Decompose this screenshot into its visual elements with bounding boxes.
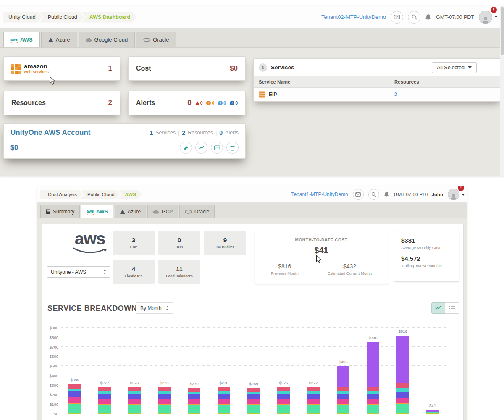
tab-summary[interactable]: Summary: [40, 205, 80, 218]
stacked-bar: [396, 336, 409, 414]
breadcrumb: Cost Analysis Public Cloud AWS: [40, 190, 139, 199]
bar-segment-teal: [396, 388, 409, 392]
account-select[interactable]: Unityone - AWS: [47, 266, 110, 278]
cost-label: Cost: [136, 65, 151, 72]
bar-segment-red: [367, 387, 379, 391]
stacked-bar: [218, 387, 230, 414]
search-button[interactable]: [408, 11, 420, 24]
bar-segment-violet: [396, 336, 409, 383]
bar-total-label: $276: [273, 381, 294, 385]
tab-azure[interactable]: Azure: [41, 32, 77, 47]
messages-button[interactable]: [391, 11, 403, 24]
bar-total-label: $41: [422, 403, 443, 408]
breadcrumb-item-current: AWS Dashboard: [81, 12, 137, 23]
aws-logo-icon: aws: [10, 38, 18, 42]
bar-segment-green: [128, 405, 141, 413]
bar-segment-magenta: [68, 397, 81, 403]
eip-service-icon: [259, 91, 265, 98]
bell-icon: [384, 192, 389, 197]
person-icon: [450, 193, 457, 200]
bar-segment-green: [396, 404, 409, 413]
search-button[interactable]: [368, 189, 379, 200]
account-analytics-button[interactable]: [195, 142, 207, 154]
chevron-down-icon: [494, 16, 498, 18]
scrollbar[interactable]: [500, 6, 504, 176]
average-monthly-cost-value: $381: [401, 237, 459, 244]
person-icon: [481, 16, 490, 24]
tab-azure[interactable]: Azure: [115, 205, 146, 218]
bar-segment-lime: [277, 413, 290, 414]
bar-segment-indigo: [337, 394, 349, 399]
services-count-badge: 1: [259, 63, 267, 72]
stat-elastic-ips: 4Elastic IPs: [113, 260, 155, 284]
tab-aws[interactable]: aws AWS: [3, 32, 40, 47]
breadcrumb-item-cost-analysis[interactable]: Cost Analysis: [40, 190, 83, 199]
stacked-bar: [98, 387, 111, 414]
stacked-bar: [307, 387, 320, 414]
bar-segment-green: [367, 405, 379, 413]
breadcrumb-item-public-cloud[interactable]: Public Cloud: [80, 190, 121, 199]
stat-load-balancers: 11Load Balancers: [158, 260, 200, 284]
user-menu[interactable]: [479, 10, 492, 24]
tab-label: Oracle: [194, 209, 209, 215]
amazon-logo-text: amazon: [24, 63, 49, 70]
provider-summary-card: amazon web services 1: [3, 56, 120, 81]
oracle-icon: [143, 38, 150, 42]
account-delete-button[interactable]: [226, 142, 239, 154]
service-row[interactable]: EIP 2: [254, 88, 500, 101]
chart-view-button[interactable]: [431, 302, 445, 314]
messages-button[interactable]: [353, 189, 364, 200]
bar-segment-lime: [337, 413, 349, 414]
select-arrows-icon: [166, 306, 169, 310]
breadcrumb-item-unity-cloud[interactable]: Unity Cloud: [3, 12, 42, 23]
services-filter-select[interactable]: All Selected: [432, 62, 477, 73]
account-billing-button[interactable]: [211, 142, 223, 154]
account-title-link[interactable]: UnityOne AWS Account: [10, 129, 90, 137]
stat-s3-bucket: 9S3 Bucket: [204, 231, 246, 255]
period-select[interactable]: By Month: [136, 302, 173, 314]
bar-segment-indigo: [307, 394, 320, 399]
bar-total-label: $276: [154, 381, 175, 385]
wrench-icon: [183, 145, 189, 151]
cost-analysis-screenshot: Cost Analysis Public Cloud AWS Tenant1-M…: [37, 186, 467, 420]
bar-segment-red: [68, 384, 81, 389]
minor-alert-icon: [218, 101, 223, 105]
alert-badge[interactable]: [458, 186, 464, 191]
bar-segment-magenta: [128, 399, 141, 404]
filter-value: All Selected: [437, 65, 465, 71]
chevron-down-icon: [462, 194, 465, 196]
chart-plot: $309$277$276$276$270$276$269$276$277$495…: [61, 322, 447, 414]
previous-month-cost: $816 Previous Month: [271, 263, 299, 276]
tenant-label: Tenant02-MTP-UnityDemo: [321, 14, 386, 20]
tab-label: Azure: [128, 209, 141, 215]
alert-badge[interactable]: [491, 7, 497, 13]
tab-google-cloud[interactable]: Google Cloud: [79, 32, 135, 47]
user-menu[interactable]: [448, 189, 459, 200]
avatar[interactable]: [448, 189, 459, 200]
stacked-bar: [158, 387, 171, 414]
bar-segment-magenta: [218, 399, 230, 404]
stacked-bar: [367, 342, 379, 414]
timezone-label: GMT-07:00 PDT: [394, 192, 429, 197]
notifications-button[interactable]: [384, 192, 389, 197]
notifications-button[interactable]: [425, 14, 431, 21]
bar-segment-red: [337, 387, 349, 391]
alerts-total: 0: [187, 99, 191, 107]
tenant-label: Tenant1-MTP-UnityDemo: [291, 192, 348, 197]
breadcrumb-item-public-cloud[interactable]: Public Cloud: [39, 12, 84, 23]
tab-gcp[interactable]: GCP: [147, 205, 178, 218]
list-view-button[interactable]: [445, 302, 459, 314]
bar-segment-red: [396, 383, 409, 388]
bar-segment-magenta: [277, 399, 290, 404]
list-icon: [449, 306, 455, 311]
account-settings-button[interactable]: [180, 142, 192, 154]
avatar[interactable]: [479, 10, 492, 24]
tab-aws[interactable]: aws AWS: [81, 205, 113, 218]
bar-segment-indigo: [218, 394, 230, 399]
bar-segment-magenta: [307, 399, 320, 404]
bar-segment-lime: [426, 413, 439, 414]
scrollbar-thumb[interactable]: [501, 7, 504, 55]
tab-oracle[interactable]: Oracle: [179, 205, 215, 218]
cost-summary-card: $381 Average Monthly Cost $4,572 Trailin…: [394, 231, 459, 282]
tab-oracle[interactable]: Oracle: [136, 32, 176, 47]
